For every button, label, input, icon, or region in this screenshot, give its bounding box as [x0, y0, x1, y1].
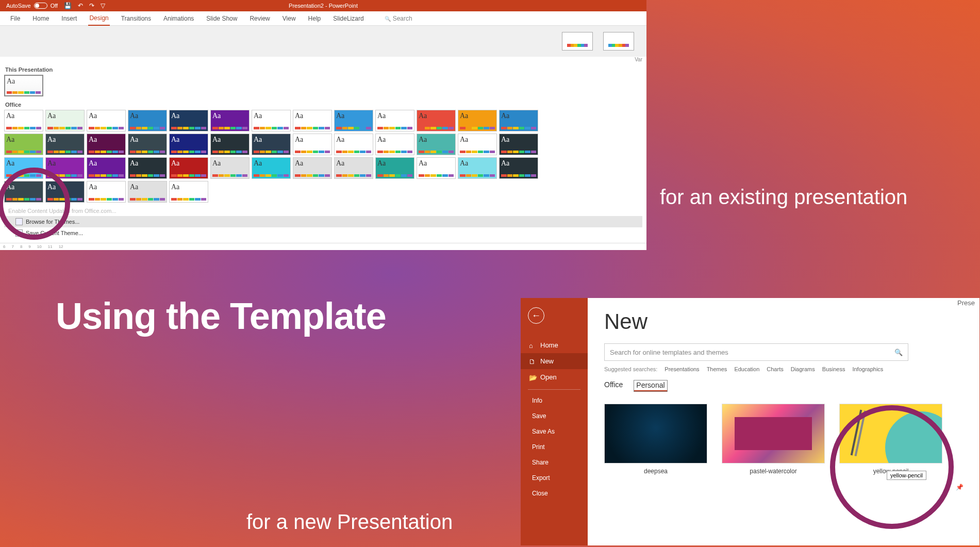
theme-thumb[interactable]: Aa	[87, 110, 126, 131]
sugg-charts[interactable]: Charts	[767, 366, 783, 372]
tab-file[interactable]: File	[9, 12, 21, 25]
theme-thumb[interactable]: Aa	[375, 110, 414, 131]
theme-thumb[interactable]: Aa	[293, 134, 332, 155]
tab-personal-templates[interactable]: Personal	[634, 380, 667, 391]
toggle-switch-icon[interactable]	[34, 3, 47, 9]
theme-thumb[interactable]: Aa	[458, 110, 497, 131]
theme-thumb[interactable]: Aa	[128, 134, 167, 155]
theme-thumb[interactable]: Aa	[293, 110, 332, 131]
theme-thumb[interactable]: Aa	[45, 110, 85, 131]
sidebar-info[interactable]: Info	[521, 394, 588, 407]
back-button[interactable]: ←	[528, 307, 544, 324]
sidebar-close[interactable]: Close	[521, 487, 588, 500]
variant-thumb[interactable]	[562, 32, 593, 51]
sidebar-save[interactable]: Save	[521, 409, 588, 423]
save-current-theme[interactable]: Save Current Theme...	[4, 227, 642, 239]
sugg-diagrams[interactable]: Diagrams	[791, 366, 815, 372]
theme-thumb[interactable]: Aa	[169, 157, 208, 179]
theme-thumb[interactable]: Aa	[334, 157, 373, 179]
pin-icon[interactable]: 📌	[956, 484, 964, 491]
sidebar-print[interactable]: Print	[521, 440, 588, 454]
theme-thumb[interactable]: Aa	[293, 157, 332, 179]
theme-thumb[interactable]: Aa	[169, 110, 208, 131]
theme-thumb[interactable]: Aa	[128, 110, 167, 131]
template-search[interactable]: Search for online templates and themes 🔍	[604, 343, 908, 361]
theme-thumb[interactable]: Aa	[210, 110, 250, 131]
tab-animations[interactable]: Animations	[162, 12, 195, 25]
theme-thumb[interactable]: Aa	[4, 181, 43, 203]
redo-icon[interactable]: ↷	[89, 2, 94, 9]
autosave-label: AutoSave	[6, 3, 31, 9]
ribbon-search[interactable]: Search	[385, 15, 412, 22]
theme-thumb[interactable]: Aa	[210, 157, 250, 179]
theme-thumb[interactable]: Aa	[458, 157, 497, 179]
theme-thumb[interactable]: Aa	[87, 181, 126, 203]
theme-thumb[interactable]: Aa	[334, 110, 373, 131]
theme-thumb[interactable]: Aa	[499, 110, 538, 131]
theme-thumb[interactable]: Aa	[210, 134, 250, 155]
theme-thumb[interactable]: Aa	[87, 157, 126, 179]
theme-thumb[interactable]: Aa	[499, 134, 538, 155]
tab-review[interactable]: Review	[248, 12, 271, 25]
theme-thumb[interactable]: Aa	[417, 157, 456, 179]
template-thumb	[839, 404, 942, 463]
tab-slideshow[interactable]: Slide Show	[205, 12, 238, 25]
tab-slidelizard[interactable]: SlideLizard	[332, 12, 364, 25]
sidebar-share[interactable]: Share	[521, 456, 588, 469]
theme-thumb[interactable]: Aa	[4, 157, 43, 179]
autosave-toggle[interactable]: AutoSave Off	[0, 3, 58, 9]
theme-thumb[interactable]: Aa	[458, 134, 497, 155]
theme-thumb[interactable]: Aa	[252, 134, 291, 155]
theme-thumb[interactable]: Aa	[128, 181, 167, 203]
sugg-infographics[interactable]: Infographics	[852, 366, 883, 372]
tab-view[interactable]: View	[281, 12, 297, 25]
sidebar-export[interactable]: Export	[521, 471, 588, 485]
tab-help[interactable]: Help	[307, 12, 322, 25]
template-deepsea[interactable]: deepsea	[604, 404, 707, 475]
theme-thumb[interactable]: Aa	[4, 134, 43, 155]
start-slideshow-icon[interactable]: ▽	[101, 2, 105, 9]
variants-label: Var	[0, 57, 646, 62]
template-pastel[interactable]: pastel-watercolor	[722, 404, 825, 475]
tab-insert[interactable]: Insert	[60, 12, 78, 25]
theme-thumb[interactable]: Aa	[4, 110, 43, 131]
current-theme-thumb[interactable]: Aa	[4, 75, 43, 96]
sugg-presentations[interactable]: Presentations	[665, 366, 699, 372]
browse-for-themes[interactable]: Browse for Themes...	[4, 216, 642, 227]
caption-new: for a new Presentation	[246, 510, 453, 534]
theme-thumb[interactable]: Aa	[169, 181, 208, 203]
tab-office-templates[interactable]: Office	[604, 380, 623, 391]
theme-thumb[interactable]: Aa	[45, 181, 85, 203]
tab-home[interactable]: Home	[31, 12, 50, 25]
theme-thumb[interactable]: Aa	[252, 110, 291, 131]
theme-thumb[interactable]: Aa	[45, 134, 85, 155]
variant-thumb[interactable]	[603, 32, 634, 51]
tab-design[interactable]: Design	[88, 11, 109, 26]
save-icon[interactable]: 💾	[64, 2, 72, 9]
theme-thumb[interactable]: Aa	[375, 157, 414, 179]
theme-thumb[interactable]: Aa	[417, 134, 456, 155]
theme-thumb[interactable]: Aa	[252, 157, 291, 179]
theme-thumb[interactable]: Aa	[417, 110, 456, 131]
template-yellow-pencil[interactable]: yellow-pencil	[839, 404, 942, 475]
sugg-education[interactable]: Education	[734, 366, 759, 372]
search-icon[interactable]: 🔍	[894, 349, 903, 356]
theme-thumb[interactable]: Aa	[375, 134, 414, 155]
theme-thumb[interactable]: Aa	[45, 157, 85, 179]
theme-thumb[interactable]: Aa	[128, 157, 167, 179]
sugg-business[interactable]: Business	[822, 366, 845, 372]
template-name: pastel-watercolor	[750, 468, 796, 475]
theme-thumb[interactable]: Aa	[87, 134, 126, 155]
suggested-searches: Suggested searches: Presentations Themes…	[604, 366, 963, 372]
sidebar-new[interactable]: 🗋 New	[521, 353, 588, 369]
sidebar-home[interactable]: ⌂ Home	[521, 337, 588, 353]
theme-thumb[interactable]: Aa	[499, 157, 538, 179]
sugg-themes[interactable]: Themes	[707, 366, 727, 372]
sidebar-saveas[interactable]: Save As	[521, 425, 588, 438]
sidebar-open[interactable]: 📂 Open	[521, 369, 588, 385]
theme-thumb[interactable]: Aa	[169, 134, 208, 155]
undo-icon[interactable]: ↶	[78, 2, 83, 9]
caption-existing: for an existing presentation	[660, 185, 907, 209]
tab-transitions[interactable]: Transitions	[120, 12, 152, 25]
theme-thumb[interactable]: Aa	[334, 134, 373, 155]
